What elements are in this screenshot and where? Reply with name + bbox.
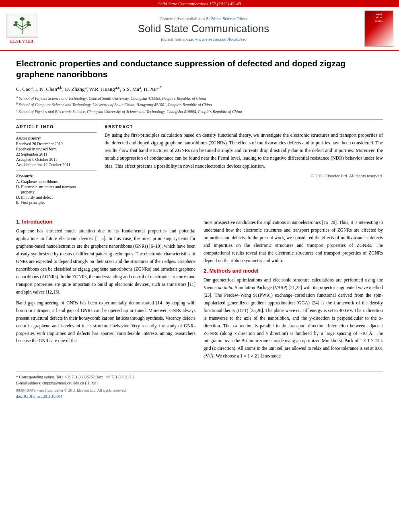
- author-5: S.S. Maa: [123, 86, 141, 92]
- authors-line: C. Caoa, L.N. Chena,b, D. Zhanga, W.R. H…: [16, 85, 383, 92]
- available-online: Available online 12 October 2011: [16, 162, 97, 167]
- footnote-email: E-mail address: cmpphg@mail.csu.edu.cn (…: [16, 380, 383, 386]
- issn-line: 0038-1098/$ – see front matter © 2011 El…: [16, 388, 383, 393]
- svg-point-6: [20, 17, 25, 21]
- methods-heading: 2. Methods and model: [204, 268, 383, 274]
- contents-text: Contents lists available at: [160, 16, 205, 21]
- journal-header-center: Contents lists available at SciVerse Sci…: [48, 10, 359, 47]
- abstract-text: By using the first-principles calculatio…: [105, 131, 383, 170]
- journal-header: ELSEVIER Contents lists available at Sci…: [0, 7, 399, 51]
- journal-citation-bar: Solid State Communications 152 (2012) 45…: [0, 0, 399, 7]
- affiliation-b: b School of Computer Science and Technol…: [16, 101, 383, 108]
- methods-number: 2.: [204, 268, 208, 274]
- author-3: D. Zhanga: [65, 86, 86, 92]
- article-info-col: ARTICLE INFO Article history: Received 2…: [16, 125, 97, 212]
- methods-para-1: Our geometrical optimizations and electr…: [204, 276, 383, 360]
- keywords-label: Keywords:: [16, 174, 97, 178]
- affiliation-a: a School of Physics Science and Technolo…: [16, 95, 383, 101]
- info-divider-top: [16, 132, 97, 133]
- accepted-date: Accepted 6 October 2011: [16, 157, 97, 162]
- homepage-link[interactable]: www.elsevier.com/locate/ssc: [195, 37, 246, 41]
- keyword-4: E. First-principles: [16, 200, 97, 205]
- footnote-corresponding: * Corresponding author. Tel.: +86 731 88…: [16, 374, 383, 380]
- footnote-area: * Corresponding author. Tel.: +86 731 88…: [16, 371, 383, 399]
- abstract-label: ABSTRACT: [105, 125, 383, 129]
- body-left-col: 1. Introduction Graphene has attracted m…: [16, 219, 195, 363]
- revised-label: Received in revised form: [16, 147, 97, 151]
- author-4: W.R. Huanga,c: [89, 86, 120, 92]
- intro-para-1: Graphene has attracted much attention du…: [16, 227, 195, 296]
- intro-number: 1.: [16, 219, 21, 225]
- info-divider-mid: [16, 170, 97, 170]
- intro-continuation: most prospective candidates for applicat…: [204, 219, 383, 265]
- body-right-col: most prospective candidates for applicat…: [204, 219, 383, 363]
- author-1: C. Caoa: [16, 86, 33, 92]
- sciverse-link[interactable]: SciVerse ScienceDirect: [206, 16, 247, 21]
- article-history: Article history: Received 20 December 20…: [16, 136, 97, 167]
- doi-line: doi:10.1016/j.ssc.2011.10.004: [16, 394, 383, 399]
- revised-date: 22 September 2011: [16, 152, 97, 156]
- methods-title: Methods and model: [209, 268, 258, 274]
- received-date: Received 20 December 2010: [16, 142, 97, 146]
- svg-point-7: [13, 24, 17, 26]
- abstract-col: ABSTRACT By using the first-principles c…: [105, 125, 383, 212]
- homepage-line: journal homepage: www.elsevier.com/locat…: [161, 37, 246, 41]
- header-divider: [16, 119, 383, 120]
- keyword-1: A. Graphene nanoribbons: [16, 179, 97, 184]
- body-section: 1. Introduction Graphene has attracted m…: [16, 219, 383, 363]
- author-6: H. Xua,*: [144, 86, 162, 92]
- keyword-3: D. Impurity and defect: [16, 195, 97, 199]
- history-label: Article history:: [16, 136, 97, 140]
- elsevier-logo: ELSEVIER: [4, 10, 44, 47]
- journal-thumb-label: solidstatecomm.: [375, 12, 383, 23]
- intro-para-2: Band gap engineering of GNRs has been ex…: [16, 299, 195, 345]
- article-info-label: ARTICLE INFO: [16, 125, 97, 129]
- journal-cover-image: solidstatecomm.: [364, 10, 393, 47]
- author-2: L.N. Chena,b: [35, 86, 62, 92]
- svg-point-8: [27, 24, 31, 26]
- journal-title: Solid State Communications: [138, 23, 269, 35]
- svg-point-10: [27, 21, 30, 24]
- keyword-2b: property: [16, 190, 97, 194]
- copyright-notice: © 2011 Elsevier Ltd. All rights reserved…: [105, 173, 383, 178]
- sciverse-line: Contents lists available at SciVerse Sci…: [160, 16, 247, 21]
- journal-citation-text: Solid State Communications 152 (2012) 45…: [158, 1, 241, 6]
- svg-point-9: [14, 21, 18, 24]
- info-abstract-section: ARTICLE INFO Article history: Received 2…: [16, 125, 383, 212]
- keywords-section: Keywords: A. Graphene nanoribbons D. Ele…: [16, 174, 97, 205]
- intro-heading: 1. Introduction: [16, 219, 195, 225]
- homepage-label: journal homepage:: [161, 37, 194, 41]
- affiliations: a School of Physics Science and Technolo…: [16, 95, 383, 115]
- affiliation-c: c School of Physics and Electronic Scien…: [16, 108, 383, 115]
- paper-content: Electronic properties and conductance su…: [0, 51, 399, 407]
- article-title: Electronic properties and conductance su…: [16, 58, 383, 80]
- info-divider-bot: [16, 208, 97, 208]
- journal-thumbnail: solidstatecomm.: [363, 10, 395, 47]
- elsevier-brand-text: ELSEVIER: [10, 39, 34, 43]
- elsevier-logo-image: [6, 14, 38, 38]
- keyword-2: D. Electronic structures and transport: [16, 185, 97, 189]
- intro-title: Introduction: [22, 219, 52, 225]
